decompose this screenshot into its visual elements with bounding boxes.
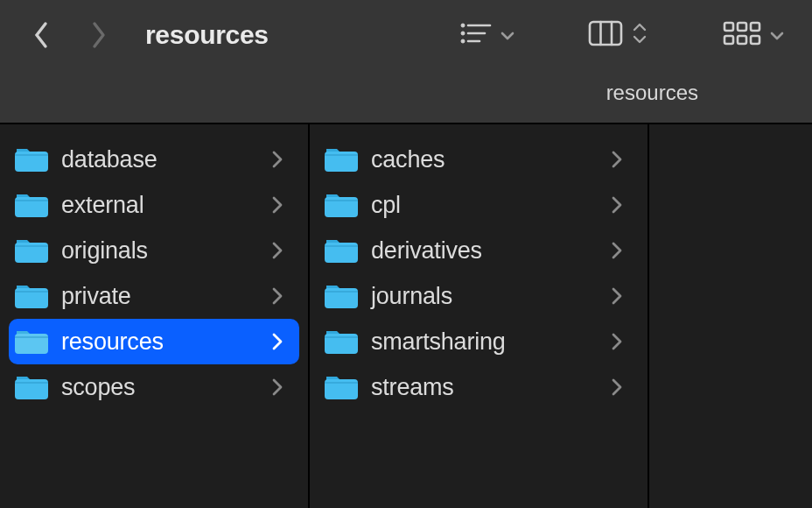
chevron-right-icon	[611, 377, 623, 397]
view-options-button[interactable]	[452, 14, 522, 56]
svg-rect-21	[15, 288, 48, 308]
view-layout-button[interactable]	[714, 14, 791, 56]
chevron-right-icon	[611, 332, 623, 351]
list-item[interactable]: scopes	[9, 364, 299, 410]
chevron-right-icon	[611, 150, 623, 169]
svg-rect-17	[15, 197, 48, 217]
grid-icon	[723, 21, 761, 49]
folder-icon	[14, 145, 49, 173]
list-sort-icon	[460, 22, 492, 48]
svg-point-4	[461, 39, 465, 43]
list-item[interactable]: database	[9, 137, 299, 182]
svg-point-0	[461, 24, 465, 27]
chevron-right-icon	[611, 286, 623, 306]
folder-icon	[14, 236, 49, 265]
columns-icon	[588, 20, 623, 50]
folder-icon	[14, 328, 49, 356]
column-view: database external originals	[0, 123, 812, 508]
list-item-label: originals	[61, 237, 259, 265]
svg-rect-33	[325, 288, 358, 308]
svg-rect-13	[738, 36, 746, 44]
list-item-label: streams	[371, 374, 598, 401]
list-item[interactable]: external	[9, 182, 299, 228]
back-button[interactable]	[26, 19, 58, 51]
svg-rect-12	[724, 36, 733, 44]
chevron-right-icon	[611, 195, 623, 215]
list-item-label: journals	[371, 283, 598, 310]
list-item-label: private	[61, 283, 259, 310]
column-0: database external originals	[0, 124, 308, 508]
svg-rect-11	[751, 23, 760, 31]
svg-rect-37	[325, 379, 358, 399]
svg-rect-29	[325, 197, 358, 217]
svg-rect-35	[325, 334, 358, 354]
column-2	[649, 124, 812, 508]
svg-rect-6	[590, 22, 621, 45]
svg-rect-31	[325, 243, 358, 263]
list-item-label: external	[61, 192, 259, 219]
folder-icon	[324, 145, 359, 173]
list-item-label: resources	[61, 328, 259, 356]
chevron-down-icon	[770, 29, 782, 41]
chevron-right-icon	[271, 377, 284, 397]
chevron-right-icon	[271, 332, 284, 351]
folder-icon	[324, 328, 359, 356]
window-title: resources	[145, 20, 269, 50]
folder-icon	[14, 373, 49, 401]
folder-icon	[324, 282, 359, 310]
svg-rect-23	[15, 334, 48, 354]
list-item-label: smartsharing	[371, 328, 598, 356]
svg-rect-19	[15, 243, 48, 263]
list-item[interactable]: private	[9, 273, 299, 319]
path-current[interactable]: resources	[606, 81, 698, 105]
list-item-label: scopes	[61, 374, 259, 401]
list-item-label: cpl	[371, 192, 598, 219]
chevron-down-icon	[500, 29, 513, 41]
forward-button[interactable]	[82, 19, 114, 51]
svg-rect-9	[724, 23, 733, 31]
sort-updown-icon	[632, 22, 648, 48]
svg-point-2	[461, 32, 465, 35]
nav-group	[26, 19, 114, 51]
chevron-right-icon	[271, 241, 284, 260]
chevron-right-icon	[271, 150, 284, 169]
folder-icon	[324, 373, 359, 401]
toolbar: resources	[0, 0, 812, 70]
list-item-label: caches	[371, 146, 598, 173]
svg-rect-15	[15, 152, 48, 172]
chevron-right-icon	[611, 241, 623, 260]
svg-rect-10	[738, 23, 746, 31]
folder-icon	[14, 191, 49, 219]
list-item[interactable]: cpl	[318, 182, 639, 228]
list-item[interactable]: smartsharing	[318, 319, 639, 364]
svg-rect-25	[15, 379, 48, 399]
folder-icon	[14, 282, 49, 310]
group-by-button[interactable]	[579, 14, 656, 56]
list-item[interactable]: journals	[318, 273, 639, 319]
path-bar: resources	[0, 70, 812, 123]
list-item[interactable]: resources	[9, 319, 299, 364]
list-item-label: database	[61, 146, 259, 173]
folder-icon	[324, 236, 359, 265]
folder-icon	[324, 191, 359, 219]
column-1: caches cpl derivatives	[310, 124, 648, 508]
chevron-right-icon	[271, 286, 284, 306]
list-item[interactable]: caches	[318, 137, 639, 182]
list-item-label: derivatives	[371, 237, 598, 265]
list-item[interactable]: originals	[9, 228, 299, 273]
list-item[interactable]: streams	[318, 364, 639, 410]
svg-rect-27	[325, 152, 358, 172]
list-item[interactable]: derivatives	[318, 228, 639, 273]
chevron-right-icon	[271, 195, 284, 215]
svg-rect-14	[751, 36, 760, 44]
